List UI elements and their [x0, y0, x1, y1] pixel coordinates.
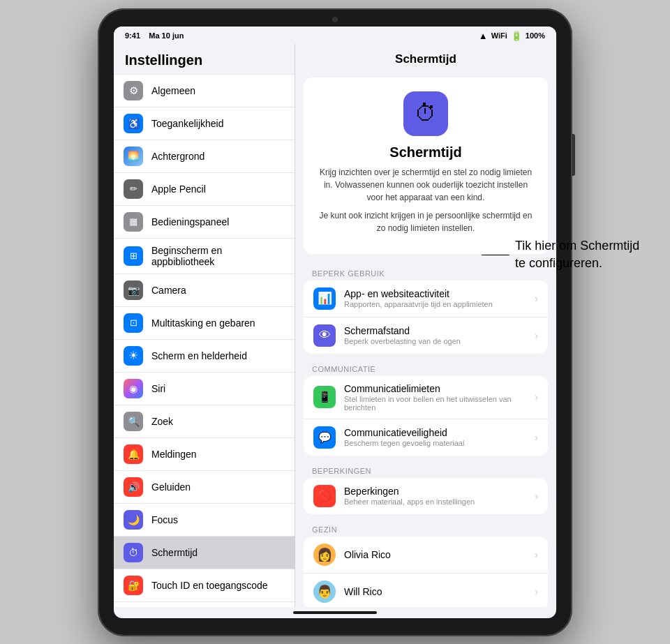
sidebar-label-multitasking: Multitasking en gebaren — [151, 317, 255, 329]
app-activiteit-icon: 📊 — [313, 287, 336, 310]
sidebar-item-achtergrond[interactable]: 🌅 Achtergrond — [114, 140, 295, 173]
sidebar-item-schermtijd[interactable]: ⏱ Schermtijd — [114, 537, 295, 569]
beperkingen-subtitle: Beheer materiaal, apps en instellingen — [344, 497, 526, 506]
settings-row-app-activiteit[interactable]: 📊 App- en websiteactiviteit Rapporten, a… — [304, 280, 548, 317]
panel-title: Schermtijd — [295, 44, 556, 72]
beginscherm-icon: ⊞ — [124, 246, 143, 266]
schermafstand-content: Schermafstand Beperk overbelasting van d… — [344, 325, 526, 345]
communicatielimieten-content: Communicatielimieten Stel limieten in vo… — [344, 383, 526, 412]
sidebar-item-touchid[interactable]: 🔐 Touch ID en toegangscode — [114, 569, 295, 602]
hero-icon: ⏱ — [403, 91, 448, 136]
beperkingen-title: Beperkingen — [344, 486, 526, 497]
sidebar-group-1: ⚙ Algemeen ♿ Toegankelijkheid 🌅 Achtergr… — [114, 74, 295, 437]
status-time: 9:41 Ma 10 jun — [125, 31, 184, 40]
beperkingen-chevron: › — [535, 491, 538, 502]
hero-title: Schermtijd — [315, 144, 537, 160]
wifi-signal: WiFi — [491, 31, 507, 40]
sidebar-label-schermtijd: Schermtijd — [151, 547, 198, 558]
schermtijd-icon: ⏱ — [124, 543, 143, 562]
sidebar-group-2: 🔔 Meldingen 🔊 Geluiden 🌙 Focus ⏱ Schermt… — [114, 437, 295, 569]
communicatielimieten-title: Communicatielimieten — [344, 383, 526, 394]
section-label-gezin: GEZIN — [295, 516, 556, 537]
sidebar-group-3: 🔐 Touch ID en toegangscode 🤚 Privacy en … — [114, 569, 295, 607]
app-activiteit-title: App- en websiteactiviteit — [344, 288, 526, 299]
sidebar-title: Instellingen — [114, 44, 295, 74]
toegankelijkheid-icon: ♿ — [124, 114, 143, 133]
communicatielimieten-chevron: › — [535, 391, 538, 403]
beperkingen-icon: 🚫 — [313, 485, 336, 507]
sidebar-label-meldingen: Meldingen — [151, 449, 197, 460]
sidebar-label-focus: Focus — [151, 514, 178, 525]
algemeen-icon: ⚙ — [124, 81, 143, 100]
geluiden-icon: 🔊 — [124, 477, 143, 497]
will-avatar: 👨 — [313, 581, 336, 603]
schermafstand-icon: 👁 — [313, 324, 336, 347]
right-panel[interactable]: Schermtijd ⏱ Schermtijd Krijg inzichten … — [295, 44, 556, 607]
ipad-frame: 9:41 Ma 10 jun ▲ WiFi 🔋 100% Instellinge… — [98, 8, 572, 636]
sidebar-item-siri[interactable]: ◉ Siri — [114, 373, 295, 405]
sidebar-item-bedieningspaneel[interactable]: ▦ Bedieningspaneel — [114, 206, 295, 239]
hero-description-2: Je kunt ook inzicht krijgen in je persoo… — [315, 209, 537, 234]
sidebar[interactable]: Instellingen ⚙ Algemeen ♿ Toegankelijkhe… — [114, 44, 295, 607]
sidebar-item-focus[interactable]: 🌙 Focus — [114, 504, 295, 537]
olivia-avatar: 👩 — [313, 544, 336, 566]
sidebar-item-meldingen[interactable]: 🔔 Meldingen — [114, 437, 295, 471]
wifi-icon: ▲ — [479, 31, 488, 41]
zoek-icon: 🔍 — [124, 412, 143, 431]
settings-group-communicatie: 📱 Communicatielimieten Stel limieten in … — [304, 376, 548, 456]
sidebar-item-scherm[interactable]: ☀ Scherm en helderheid — [114, 340, 295, 373]
sidebar-label-camera: Camera — [151, 285, 186, 296]
sidebar-item-beginscherm[interactable]: ⊞ Beginscherm en appbibliotheek — [114, 239, 295, 274]
will-title: Will Rico — [344, 586, 526, 597]
sidebar-item-privacy[interactable]: 🤚 Privacy en beveiliging — [114, 602, 295, 607]
siri-icon: ◉ — [124, 379, 143, 398]
sidebar-label-algemeen: Algemeen — [151, 85, 195, 96]
communicatieveiligheid-icon: 💬 — [313, 426, 336, 449]
sidebar-label-touchid: Touch ID en toegangscode — [151, 580, 268, 591]
olivia-title: Olivia Rico — [344, 549, 526, 560]
side-button — [572, 134, 575, 176]
meldingen-icon: 🔔 — [124, 444, 143, 464]
sidebar-item-toegankelijkheid[interactable]: ♿ Toegankelijkheid — [114, 107, 295, 140]
section-label-communicatie: COMMUNICATIE — [295, 355, 556, 376]
communicatieveiligheid-chevron: › — [535, 432, 538, 443]
sidebar-item-algemeen[interactable]: ⚙ Algemeen — [114, 74, 295, 107]
ipad-screen: 9:41 Ma 10 jun ▲ WiFi 🔋 100% Instellinge… — [114, 27, 556, 618]
schermafstand-subtitle: Beperk overbelasting van de ogen — [344, 337, 526, 345]
settings-row-beperkingen[interactable]: 🚫 Beperkingen Beheer materiaal, apps en … — [304, 478, 548, 514]
sidebar-item-zoek[interactable]: 🔍 Zoek — [114, 405, 295, 437]
focus-icon: 🌙 — [124, 510, 143, 530]
hero-description-1: Krijg inzichten over je schermtijd en st… — [315, 166, 537, 204]
app-activiteit-subtitle: Rapporten, apparaatvrije tijd en applimi… — [344, 300, 526, 308]
status-right: ▲ WiFi 🔋 100% — [479, 31, 545, 41]
hero-section: ⏱ Schermtijd Krijg inzichten over je sch… — [304, 77, 548, 254]
app-activiteit-chevron: › — [535, 293, 538, 304]
settings-row-will[interactable]: 👨 Will Rico › — [304, 574, 548, 607]
camera-icon: 📷 — [124, 280, 143, 300]
sidebar-item-apple-pencil[interactable]: ✏ Apple Pencil — [114, 173, 295, 206]
settings-row-olivia[interactable]: 👩 Olivia Rico › — [304, 537, 548, 574]
app-activiteit-content: App- en websiteactiviteit Rapporten, app… — [344, 288, 526, 308]
communicatieveiligheid-title: Communicatieveiligheid — [344, 427, 526, 438]
olivia-chevron: › — [535, 549, 538, 560]
schermafstand-chevron: › — [535, 330, 538, 341]
callout-line — [482, 255, 509, 255]
communicatielimieten-subtitle: Stel limieten in voor bellen en het uitw… — [344, 395, 526, 412]
sidebar-item-camera[interactable]: 📷 Camera — [114, 274, 295, 307]
settings-group-beperkingen: 🚫 Beperkingen Beheer materiaal, apps en … — [304, 478, 548, 514]
sidebar-label-geluiden: Geluiden — [151, 481, 191, 493]
sidebar-label-zoek: Zoek — [151, 416, 173, 427]
settings-row-communicatielimieten[interactable]: 📱 Communicatielimieten Stel limieten in … — [304, 376, 548, 419]
bedieningspaneel-icon: ▦ — [124, 212, 143, 232]
achtergrond-icon: 🌅 — [124, 147, 143, 166]
settings-row-schermafstand[interactable]: 👁 Schermafstand Beperk overbelasting van… — [304, 317, 548, 354]
settings-row-communicatieveiligheid[interactable]: 💬 Communicatieveiligheid Bescherm tegen … — [304, 419, 548, 456]
communicatieveiligheid-content: Communicatieveiligheid Bescherm tegen ge… — [344, 427, 526, 447]
will-content: Will Rico — [344, 586, 526, 597]
sidebar-label-apple-pencil: Apple Pencil — [151, 184, 206, 195]
status-bar: 9:41 Ma 10 jun ▲ WiFi 🔋 100% — [114, 27, 556, 44]
section-label-beperkingen: BEPERKINGEN — [295, 457, 556, 478]
sidebar-item-geluiden[interactable]: 🔊 Geluiden — [114, 471, 295, 504]
sidebar-item-multitasking[interactable]: ⊡ Multitasking en gebaren — [114, 307, 295, 340]
touchid-icon: 🔐 — [124, 576, 143, 595]
